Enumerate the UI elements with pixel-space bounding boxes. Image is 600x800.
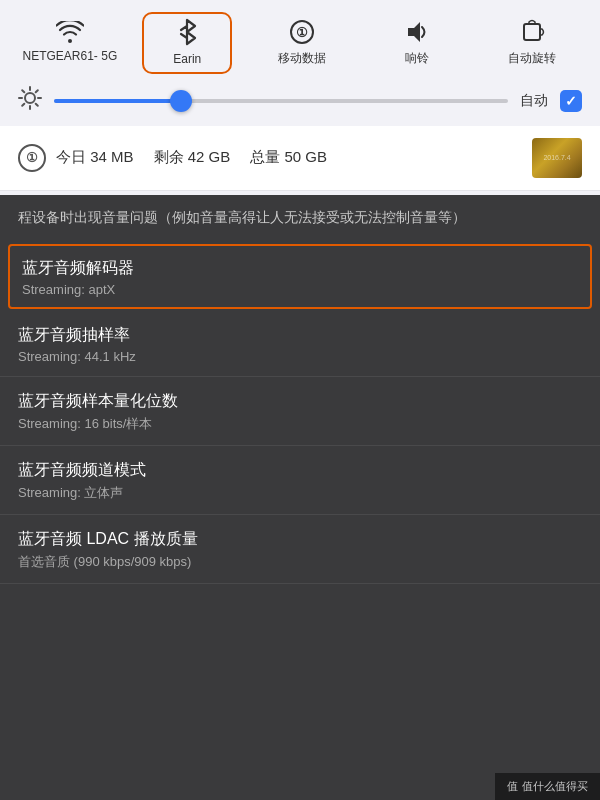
watermark-text: 值 [507, 779, 518, 794]
svg-marker-2 [408, 22, 420, 42]
svg-line-11 [36, 90, 38, 92]
channel-title: 蓝牙音频频道模式 [18, 460, 582, 481]
rotation-label: 自动旋转 [508, 51, 556, 67]
brightness-fill [54, 99, 181, 103]
main-content: 程设备时出现音量问题（例如音量高得让人无法接受或无法控制音量等） 蓝牙音频解码器… [0, 195, 600, 584]
mobile-data-toggle[interactable]: ① 移动数据 [257, 19, 347, 67]
sample-rate-title: 蓝牙音频抽样率 [18, 325, 582, 346]
ldac-title: 蓝牙音频 LDAC 播放质量 [18, 529, 582, 550]
data-card[interactable]: ① 今日 34 MB 剩余 42 GB 总量 50 GB 2016.7.4 [0, 126, 600, 191]
bit-depth-subtitle: Streaming: 16 bits/样本 [18, 415, 582, 433]
volume-label: 响铃 [405, 51, 429, 67]
description-text: 程设备时出现音量问题（例如音量高得让人无法接受或无法控制音量等） [0, 195, 600, 242]
codec-subtitle: Streaming: aptX [22, 282, 578, 297]
settings-item-sample-rate[interactable]: 蓝牙音频抽样率 Streaming: 44.1 kHz [0, 311, 600, 377]
brightness-row: 自动 [0, 80, 600, 126]
data-remaining: 剩余 42 GB [154, 148, 231, 167]
data-stats: 今日 34 MB 剩余 42 GB 总量 50 GB [56, 148, 327, 167]
wifi-label: NETGEAR61- 5G [23, 49, 118, 65]
volume-toggle[interactable]: 响铃 [372, 19, 462, 67]
mobile-data-label: 移动数据 [278, 51, 326, 67]
auto-checkbox[interactable] [560, 90, 582, 112]
top-bar: NETGEAR61- 5G Earin ① 移动数据 [0, 0, 600, 195]
svg-rect-3 [524, 24, 540, 40]
settings-item-bit-depth[interactable]: 蓝牙音频样本量化位数 Streaming: 16 bits/样本 [0, 377, 600, 446]
sample-rate-subtitle: Streaming: 44.1 kHz [18, 349, 582, 364]
brightness-slider[interactable] [54, 99, 508, 103]
rotation-toggle[interactable]: 自动旋转 [487, 19, 577, 67]
watermark-site: 值什么值得买 [522, 779, 588, 794]
bluetooth-toggle[interactable]: Earin [142, 12, 232, 74]
svg-line-12 [22, 103, 24, 105]
data-today: 今日 34 MB [56, 148, 134, 167]
data-carrier-icon: ① [18, 144, 46, 172]
svg-line-9 [22, 90, 24, 92]
brightness-thumb[interactable] [170, 90, 192, 112]
auto-label: 自动 [520, 92, 548, 110]
watermark-bar: 值 值什么值得买 [495, 773, 600, 800]
settings-item-channel[interactable]: 蓝牙音频频道模式 Streaming: 立体声 [0, 446, 600, 515]
codec-title: 蓝牙音频解码器 [22, 258, 578, 279]
settings-list: 蓝牙音频解码器 Streaming: aptX 蓝牙音频抽样率 Streamin… [0, 244, 600, 584]
wifi-icon [56, 21, 84, 47]
svg-point-4 [25, 93, 35, 103]
rotation-icon [519, 19, 545, 49]
brightness-icon [18, 86, 42, 116]
settings-item-codec[interactable]: 蓝牙音频解码器 Streaming: aptX [8, 244, 592, 309]
svg-text:①: ① [296, 25, 308, 40]
bit-depth-title: 蓝牙音频样本量化位数 [18, 391, 582, 412]
bluetooth-label: Earin [173, 52, 201, 68]
toggles-row: NETGEAR61- 5G Earin ① 移动数据 [0, 8, 600, 80]
data-total: 总量 50 GB [250, 148, 327, 167]
bluetooth-icon [176, 18, 198, 50]
ldac-subtitle: 首选音质 (990 kbps/909 kbps) [18, 553, 582, 571]
mobile-data-icon: ① [289, 19, 315, 49]
channel-subtitle: Streaming: 立体声 [18, 484, 582, 502]
svg-line-10 [36, 103, 38, 105]
settings-item-ldac[interactable]: 蓝牙音频 LDAC 播放质量 首选音质 (990 kbps/909 kbps) [0, 515, 600, 584]
wifi-toggle[interactable]: NETGEAR61- 5G [23, 21, 118, 65]
volume-icon [404, 19, 430, 49]
thumbnail-image: 2016.7.4 [532, 138, 582, 178]
